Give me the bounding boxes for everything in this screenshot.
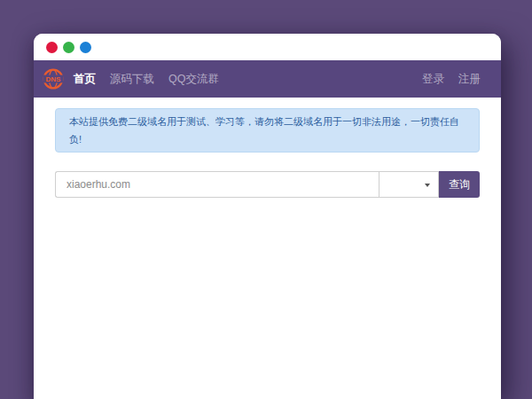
domain-query-form: 查询 bbox=[55, 171, 480, 198]
browser-title-bar bbox=[34, 34, 501, 60]
domain-suffix-select-wrap bbox=[379, 171, 439, 198]
nav-item-home[interactable]: 首页 bbox=[74, 72, 96, 87]
dns-globe-logo-icon[interactable]: DNS bbox=[43, 68, 64, 90]
nav-item-qq-group[interactable]: QQ交流群 bbox=[168, 72, 219, 87]
window-dot-red[interactable] bbox=[46, 42, 58, 53]
logo-text: DNS bbox=[46, 75, 62, 83]
page-content: 本站提供免费二级域名用于测试、学习等，请勿将二级域名用于一切非法用途，一切责任自… bbox=[34, 98, 501, 198]
browser-window: DNS 首页 源码下载 QQ交流群 登录 注册 本站提供免费二级域名用于测试、学… bbox=[34, 34, 501, 399]
domain-input[interactable] bbox=[55, 171, 379, 198]
register-link[interactable]: 注册 bbox=[458, 72, 481, 87]
window-dot-green[interactable] bbox=[63, 42, 74, 53]
query-button[interactable]: 查询 bbox=[439, 171, 480, 198]
login-link[interactable]: 登录 bbox=[422, 72, 444, 87]
info-alert: 本站提供免费二级域名用于测试、学习等，请勿将二级域名用于一切非法用途，一切责任自… bbox=[55, 108, 480, 153]
domain-suffix-select[interactable] bbox=[379, 172, 438, 197]
nav-item-source-download[interactable]: 源码下载 bbox=[110, 72, 154, 87]
window-dot-blue[interactable] bbox=[80, 42, 91, 53]
navbar: DNS 首页 源码下载 QQ交流群 登录 注册 bbox=[34, 60, 501, 98]
